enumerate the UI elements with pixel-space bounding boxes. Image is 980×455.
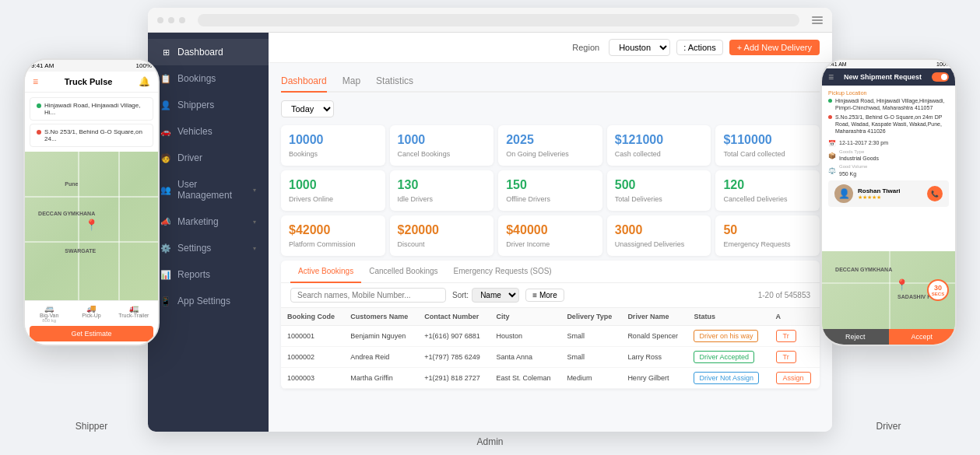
stat-emergency-requests: 50 Emergency Requests: [715, 215, 820, 256]
stat-value-driver-income: $40000: [506, 223, 595, 237]
cell-customer-1: Benjamin Nguyen: [344, 326, 418, 347]
region-select[interactable]: Houston: [609, 39, 670, 56]
stat-discount: $20000 Discount: [390, 215, 494, 256]
stat-value-platform-commission: $42000: [289, 223, 378, 237]
stat-value-idle-drivers: 130: [398, 178, 486, 192]
browser-dot-3: [179, 17, 185, 23]
table-tab-emergency[interactable]: Emergency Requests (SOS): [446, 261, 560, 283]
vehicle-pickup[interactable]: 🚚 Pick-Up: [72, 304, 111, 323]
map-city-deccan: DECCAN GYMKHANA: [38, 211, 95, 216]
stat-cancel-bookings: 1000 Cancel Bookings: [390, 125, 494, 166]
more-filters-button[interactable]: ≡ More: [525, 289, 564, 302]
phone-map-right: DECCAN GYMKHANA SADASHIV PETH 📍 30 SECS: [822, 251, 955, 329]
action-button-1[interactable]: Tr: [776, 330, 796, 342]
stat-cancelled-deliveries: 120 Cancelled Deliveries: [715, 170, 820, 211]
stat-card-collected: $110000 Total Card collected: [715, 125, 820, 166]
sidebar-item-user-management[interactable]: 👥 User Management ▾: [148, 171, 269, 208]
goods-type-row: 📦 Goods Type Industrial Goods: [828, 149, 949, 163]
stat-label-cancelled-deliveries: Cancelled Deliveries: [723, 195, 812, 203]
app-settings-icon: 📱: [160, 296, 171, 306]
tab-map[interactable]: Map: [342, 71, 360, 93]
cell-code-2: 1000002: [281, 347, 344, 368]
map-background: Pune DECCAN GYMKHANA SWARGATE 📍: [25, 152, 158, 300]
driver-icon: 🧑: [160, 152, 171, 163]
driver-avatar: 👤: [834, 184, 853, 203]
stat-label-unassigned: Unassigned Deliveries: [615, 240, 704, 248]
vehicle-bigvan[interactable]: 🚐 Big-Van 800 kg: [30, 304, 68, 323]
main-tabs: Dashboard Map Statistics: [281, 71, 820, 93]
browser-address-bar[interactable]: [198, 14, 799, 26]
sidebar-item-reports[interactable]: 📊 Reports: [148, 261, 269, 288]
weight-icon: ⚖️: [828, 167, 836, 174]
goods-label: Goods Type: [839, 149, 879, 156]
sidebar-item-settings[interactable]: ⚙️ Settings ▾: [148, 235, 269, 261]
stat-value-drivers-online: 1000: [289, 178, 378, 192]
stat-value-unassigned: 3000: [615, 223, 704, 237]
pickup-section: Pickup Location Hinjawadi Road, Hinjawad…: [828, 90, 949, 135]
cell-type-2: Small: [560, 347, 621, 368]
phone-vehicle-strip: 🚐 Big-Van 800 kg 🚚 Pick-Up 🚛 Truck-Trail…: [25, 300, 158, 345]
toggle-switch[interactable]: [932, 72, 949, 82]
marketing-icon: 📣: [160, 216, 171, 227]
bell-icon[interactable]: 🔔: [139, 76, 150, 87]
sidebar-item-marketing[interactable]: 📣 Marketing ▾: [148, 208, 269, 235]
search-input[interactable]: [290, 288, 446, 303]
cell-type-1: Small: [560, 326, 621, 347]
sidebar-label-driver: Driver: [177, 152, 256, 163]
add-new-delivery-button[interactable]: + Add New Delivery: [729, 40, 820, 55]
reject-button[interactable]: Reject: [822, 329, 889, 345]
browser-menu-icon[interactable]: [812, 16, 823, 24]
table-header: Booking Code Customers Name Contact Numb…: [281, 308, 820, 326]
browser-dot-2: [168, 17, 174, 23]
hamburger-icon[interactable]: ≡: [33, 76, 38, 87]
cell-status-2: Driver Accepted: [687, 347, 769, 368]
goods-value: Industrial Goods: [839, 155, 879, 162]
status-badge-1: Driver on his way: [694, 330, 758, 342]
phone-left: 9:41 AM 100% ≡ Truck Pulse 🔔 Hinjawadi R…: [23, 58, 160, 346]
sidebar-item-dashboard[interactable]: ⊞ Dashboard: [148, 39, 269, 65]
action-button-3[interactable]: Assign: [776, 372, 811, 384]
date-row: 📅 12-11-2017 2:30 pm: [828, 139, 949, 146]
vehicle-icon-bigvan: 🚐: [30, 304, 68, 313]
call-button[interactable]: 📞: [927, 186, 943, 201]
sidebar-label-dashboard: Dashboard: [177, 47, 256, 58]
cell-type-3: Medium: [560, 368, 621, 389]
sort-select[interactable]: Name: [472, 288, 519, 303]
weight-row: ⚖️ Good Volume 950 Kg: [828, 164, 949, 177]
stat-bookings: 10000 Bookings: [281, 125, 385, 166]
phone-map-left: Pune DECCAN GYMKHANA SWARGATE 📍: [25, 152, 158, 300]
stat-ongoing-deliveries: 2025 On Going Deliveries: [498, 125, 602, 166]
actions-button[interactable]: : Actions: [676, 40, 723, 55]
calendar-icon: 📅: [828, 140, 836, 147]
sidebar-label-vehicles: Vehicles: [177, 126, 256, 137]
phone-battery-right: 100%: [936, 61, 950, 67]
driver-card: 👤 Roshan Tiwari ★★★★★ 📞: [828, 180, 949, 207]
cell-customer-2: Andrea Reid: [344, 347, 418, 368]
cell-action-2: Tr: [770, 347, 820, 368]
get-estimate-button[interactable]: Get Estimate: [30, 326, 153, 341]
stat-idle-drivers: 130 Idle Drivers: [390, 170, 494, 211]
sidebar-item-bookings[interactable]: 📋 Bookings: [148, 65, 269, 92]
vehicle-trailer[interactable]: 🚛 Truck-Trailer: [114, 304, 153, 323]
dashboard-icon: ⊞: [160, 47, 171, 58]
stat-label-driver-income: Driver Income: [506, 240, 595, 248]
accept-button[interactable]: Accept: [889, 329, 956, 345]
tab-statistics[interactable]: Statistics: [376, 71, 413, 93]
timer-unit: SECS: [932, 292, 944, 296]
table-tab-cancelled-bookings[interactable]: Cancelled Bookings: [361, 261, 445, 283]
hamburger-icon-right[interactable]: ≡: [828, 72, 834, 82]
stat-label-idle-drivers: Idle Drivers: [398, 195, 486, 203]
action-button-2[interactable]: Tr: [776, 351, 796, 363]
tab-dashboard[interactable]: Dashboard: [281, 71, 327, 93]
sidebar-item-driver[interactable]: 🧑 Driver: [148, 145, 269, 171]
status-badge-3: Driver Not Assign: [694, 372, 759, 384]
address-text-1: Hinjawadi Road, Hinjawadi Village, Hi...: [44, 102, 146, 116]
stat-label-bookings: Bookings: [289, 150, 378, 158]
table-tab-active-bookings[interactable]: Active Bookings: [290, 261, 361, 283]
date-filter-select[interactable]: Today: [281, 100, 334, 117]
sidebar-item-vehicles[interactable]: 🚗 Vehicles: [148, 118, 269, 145]
phone-time-right: 9:41 AM: [827, 61, 847, 67]
sidebar-item-shippers[interactable]: 👤 Shippers: [148, 92, 269, 118]
cell-contact-2: +1(797) 785 6249: [418, 347, 490, 368]
sidebar-item-app-settings[interactable]: 📱 App Settings: [148, 288, 269, 314]
